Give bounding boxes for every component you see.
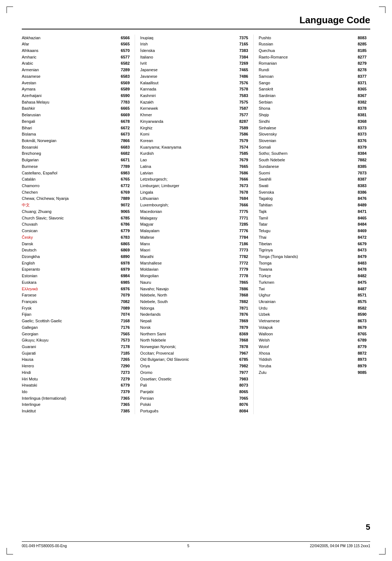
language-code: 8277 [358,54,367,60]
language-code: 8083 [358,35,367,41]
language-name: Volapuk [259,324,358,331]
list-item: Kuanyama; Kwanyama7574 [140,144,248,150]
language-name: Arabic [22,60,121,66]
language-code: 7665 [239,164,248,170]
language-name: Korean [140,138,239,144]
language-name: Tibetan [259,241,358,247]
language-name: Telugu [259,228,358,234]
list-item: Hrwatski6779 [22,382,130,389]
language-name: Marshallese [140,260,239,266]
language-name: Inupiaq [140,35,239,41]
language-code: 6865 [121,241,130,247]
language-name: Welsh [259,337,358,343]
list-item: Romanian8279 [259,60,367,67]
language-code: 7578 [239,86,248,92]
language-name: Estonian [22,273,121,279]
language-name: Raeto-Romance [259,54,358,60]
language-code: 7365 [121,395,130,401]
language-name: Ndonga [140,305,239,311]
language-code: 8779 [358,344,367,350]
list-item: Frysk7089 [22,305,130,311]
language-code: 7882 [239,299,248,305]
list-item: Irish7165 [140,41,248,48]
language-code: 8367 [358,93,367,99]
list-item: Mongolian7778 [140,273,248,279]
language-name: Polski [140,401,239,408]
language-name: Tatar [259,221,358,227]
language-name: Wolof [259,344,358,350]
language-name: Ossetian; Ossetic [140,376,239,382]
list-item: Maltese7784 [140,234,248,241]
language-code: 7868 [239,292,248,298]
list-item: Kazakh7575 [140,99,248,105]
language-name: Français [22,299,121,305]
language-code: 8379 [358,144,367,150]
language-code: 7878 [239,344,248,350]
language-name: Slovensky [259,131,358,137]
language-name: Latvian [140,170,239,176]
list-item: Hindi7273 [22,369,130,376]
list-item: Yiddish8973 [259,356,367,363]
language-code: 7573 [121,337,130,343]
list-item: Quechua8185 [259,47,367,54]
corner-mark-bl [7,548,13,554]
language-code: 8476 [358,195,367,202]
list-item: Abkhazian6566 [22,35,130,41]
list-item: Kannada7578 [140,86,248,93]
language-name: Persian [140,395,239,401]
list-item: Xhosa8872 [259,350,367,356]
language-code: 7384 [239,54,248,60]
language-name: Kinyarwanda [140,118,239,125]
language-name: Gikuyu; Kikuyu [22,337,121,343]
language-code: 7168 [121,318,130,324]
list-item: Khmer7577 [140,112,248,118]
list-item: Moldavian7779 [140,266,248,273]
language-name: Sindhi [259,118,358,125]
language-code: 7666 [239,176,248,182]
language-code: 6783 [121,234,130,241]
language-name: Marathi [140,254,239,260]
list-item: Ndebele, North7868 [140,292,248,299]
language-code: 7079 [121,292,130,298]
language-code: 6769 [121,189,130,195]
list-item: Ukrainian8575 [259,298,367,305]
language-code: 8575 [358,299,367,305]
list-item: Gaelic; Scottish Gaelic7168 [22,318,130,324]
list-item: Limburgan; Limburger7673 [140,183,248,189]
list-item: Oriya7982 [140,363,248,370]
language-name: Bokmål, Norwegian [22,138,121,144]
language-code: 7576 [239,80,248,86]
language-code: 8489 [358,202,367,208]
language-name: Norwegian Nynorsk; [140,344,239,350]
language-name: Tajik [259,209,358,215]
list-item: Korean7579 [140,138,248,144]
language-name: Manx [140,241,239,247]
list-item: Letzeburgesch;7666 [140,176,248,183]
list-item: Tonga (Tonga Islands)8479 [259,253,367,260]
list-item: Georgian7565 [22,331,130,337]
language-code: 6979 [121,266,130,273]
list-item: Japanese7465 [140,67,248,73]
list-item: Castellano, Español6983 [22,170,130,176]
list-item: Samoan8377 [259,73,367,80]
language-name: Serbian [259,99,358,105]
language-name: Tonga (Tonga Islands) [259,254,358,260]
list-item: Rundi8278 [259,67,367,73]
language-name: Japanese [140,67,239,73]
list-item: Slovensky8373 [259,131,367,138]
list-item: Assamese6583 [22,73,130,80]
list-item: Inuktitut7385 [22,408,130,415]
language-code: 8076 [239,401,248,408]
language-name: Bashkir [22,105,121,112]
language-code: 6678 [121,118,130,125]
language-name: Quechua [259,48,358,54]
language-name: Somali [259,144,358,150]
language-name: Zulu [259,370,358,376]
language-code: 8872 [358,350,367,356]
list-item: Old Bulgarian; Old Slavonic6785 [140,356,248,363]
list-item: Dzongkha6890 [22,253,130,260]
list-item: Navaho; Navajo7886 [140,286,248,292]
content-area: Abkhazian6566Afar6565Afrikaans6570Amhari… [22,35,370,414]
list-item: Lingala7678 [140,189,248,195]
list-item: Avestan6569 [22,80,130,86]
